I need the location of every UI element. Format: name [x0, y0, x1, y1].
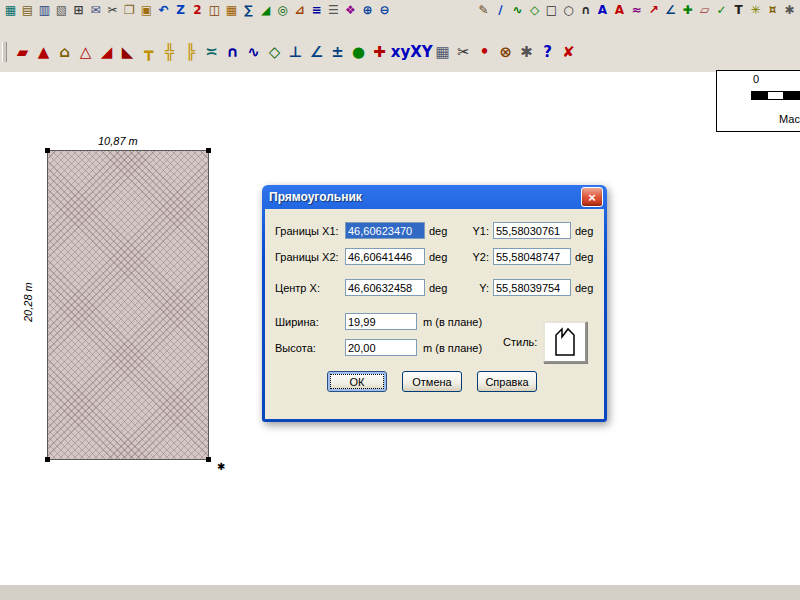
print-icon[interactable]: ⊞ — [70, 2, 87, 19]
arc-tool-icon[interactable]: ∩ — [222, 42, 243, 63]
plus-minus-icon[interactable]: ± — [327, 42, 348, 63]
zoom-in-icon[interactable]: ⊕ — [359, 2, 376, 19]
legend-icon[interactable]: ☰ — [325, 2, 342, 19]
zoom-out-icon[interactable]: ⊖ — [376, 2, 393, 19]
selected-rectangle-object[interactable] — [47, 150, 209, 460]
bounds-x1-row: Границы X1: deg Y1: deg — [265, 221, 604, 240]
style-button[interactable] — [543, 321, 587, 363]
center-row: Центр X: deg Y: deg — [265, 278, 604, 297]
save-map-icon[interactable]: ▥ — [36, 2, 53, 19]
cross-frame-icon[interactable]: ╬ — [159, 42, 180, 63]
open-map-icon[interactable]: ▤ — [19, 2, 36, 19]
text-cyrillic-icon[interactable]: А — [611, 2, 628, 19]
center-x-input[interactable] — [345, 279, 425, 296]
close-map-icon[interactable]: ▧ — [53, 2, 70, 19]
spline-icon[interactable]: ≈ — [628, 2, 645, 19]
node-edit-icon[interactable]: ✚ — [679, 2, 696, 19]
line-icon[interactable]: ∕ — [492, 2, 509, 19]
width-input[interactable] — [345, 313, 417, 330]
rectangle-icon[interactable]: □ — [543, 2, 560, 19]
style-preview-icon — [551, 325, 579, 359]
circle-icon[interactable]: ○ — [560, 2, 577, 19]
flag-icon[interactable]: ▰ — [12, 42, 33, 63]
pencil-icon[interactable]: ✎ — [475, 2, 492, 19]
bounds-y1-input[interactable] — [493, 222, 571, 239]
scale-bar-graphic — [751, 91, 800, 100]
red-plus-icon[interactable]: ✚ — [369, 42, 390, 63]
slope-right-icon[interactable]: ◢ — [96, 42, 117, 63]
cut-object-icon[interactable]: ✂ — [453, 42, 474, 63]
help-button[interactable]: Справка — [477, 371, 537, 392]
check-icon[interactable]: ✓ — [713, 2, 730, 19]
tee-ruler-icon[interactable]: ┳ — [138, 42, 159, 63]
paste-icon[interactable]: ▣ — [138, 2, 155, 19]
star-icon[interactable]: ✳ — [747, 2, 764, 19]
globe-icon[interactable]: ◎ — [274, 2, 291, 19]
xy-lower-icon[interactable]: xy — [390, 42, 411, 63]
slope-left-icon[interactable]: ◣ — [117, 42, 138, 63]
help-icon[interactable]: ? — [537, 42, 558, 63]
link-icon[interactable]: ⊗ — [495, 42, 516, 63]
copy-icon[interactable]: ❐ — [121, 2, 138, 19]
red-dot-icon[interactable]: • — [474, 42, 495, 63]
text-tool-icon[interactable]: T — [730, 2, 747, 19]
resize-handle-bottom-right[interactable] — [206, 457, 211, 462]
cut-icon[interactable]: ✂ — [104, 2, 121, 19]
undo-icon[interactable]: ↶ — [155, 2, 172, 19]
symbol-icon[interactable]: ¤ — [764, 2, 781, 19]
resize-handle-top-left[interactable] — [45, 148, 50, 153]
center-y-input[interactable] — [493, 279, 571, 296]
perpendicular-icon[interactable]: ⊥ — [285, 42, 306, 63]
erase-icon[interactable]: ▱ — [696, 2, 713, 19]
polygon-icon[interactable]: ◇ — [526, 2, 543, 19]
resize-handle-bottom-left[interactable] — [45, 457, 50, 462]
angle-measure-icon[interactable]: ∠ — [306, 42, 327, 63]
wave-icon[interactable]: ∿ — [243, 42, 264, 63]
settings-icon[interactable]: ✱ — [781, 2, 798, 19]
toolbar-grip[interactable] — [2, 42, 7, 62]
tools-icon[interactable]: ✱ — [516, 42, 537, 63]
bounds-x2-label: Границы X2: — [275, 251, 345, 263]
ok-button[interactable]: ОК — [327, 371, 387, 392]
height-input[interactable] — [345, 339, 417, 356]
dialog-titlebar[interactable]: Прямоугольник × — [265, 185, 604, 209]
toolbar-area: ▦▤▥▧⊞✉✂❐▣↶Z2◫▦∑◢◎⊿≡☰❖⊕⊖ ✎∕∿◇□○∩AА≈↗∠✚▱✓T… — [0, 0, 800, 73]
angle-icon[interactable]: ∠ — [662, 2, 679, 19]
bounds-x1-input[interactable] — [345, 222, 425, 239]
arrow-icon[interactable]: ↗ — [645, 2, 662, 19]
image-frame-icon[interactable]: ▦ — [432, 42, 453, 63]
peak-icon[interactable]: △ — [75, 42, 96, 63]
database-icon[interactable]: ◫ — [206, 2, 223, 19]
object-count-icon[interactable]: 2 — [189, 2, 206, 19]
new-map-icon[interactable]: ▦ — [2, 2, 19, 19]
bounds-x2-input[interactable] — [345, 248, 425, 265]
chart-icon[interactable]: ◢ — [257, 2, 274, 19]
xy-upper-icon[interactable]: XY — [411, 42, 432, 63]
table-icon[interactable]: ▦ — [223, 2, 240, 19]
house-icon[interactable]: ⌂ — [54, 42, 75, 63]
green-dot-icon[interactable]: ● — [348, 42, 369, 63]
cancel-button[interactable]: Отмена — [402, 371, 462, 392]
close-task-icon[interactable]: ✘ — [558, 42, 579, 63]
rectangle-dialog: Прямоугольник × Границы X1: deg Y1: deg … — [262, 185, 607, 422]
arc-icon[interactable]: ∩ — [577, 2, 594, 19]
triangle-fill-icon[interactable]: ▲ — [33, 42, 54, 63]
close-icon[interactable]: × — [581, 187, 603, 207]
node-icon[interactable]: ◇ — [264, 42, 285, 63]
polyline-icon[interactable]: ∿ — [509, 2, 526, 19]
mail-icon[interactable]: ✉ — [87, 2, 104, 19]
sort-z-icon[interactable]: Z — [172, 2, 189, 19]
bounds-y1-label: Y1: — [465, 225, 493, 237]
text-latin-icon[interactable]: A — [594, 2, 611, 19]
resize-handle-top-right[interactable] — [206, 148, 211, 153]
width-dimension-label: 10,87 m — [98, 135, 138, 147]
fence-icon[interactable]: ╠ — [180, 42, 201, 63]
bounds-y2-input[interactable] — [493, 248, 571, 265]
layers-icon[interactable]: ≡ — [308, 2, 325, 19]
measure-icon[interactable]: ⊿ — [291, 2, 308, 19]
statistics-icon[interactable]: ∑ — [240, 2, 257, 19]
width-unit: m (в плане) — [417, 316, 482, 328]
palette-icon[interactable]: ❖ — [342, 2, 359, 19]
toolbar-row-1: ▦▤▥▧⊞✉✂❐▣↶Z2◫▦∑◢◎⊿≡☰❖⊕⊖ ✎∕∿◇□○∩AА≈↗∠✚▱✓T… — [2, 1, 798, 19]
compare-icon[interactable]: ≍ — [201, 42, 222, 63]
